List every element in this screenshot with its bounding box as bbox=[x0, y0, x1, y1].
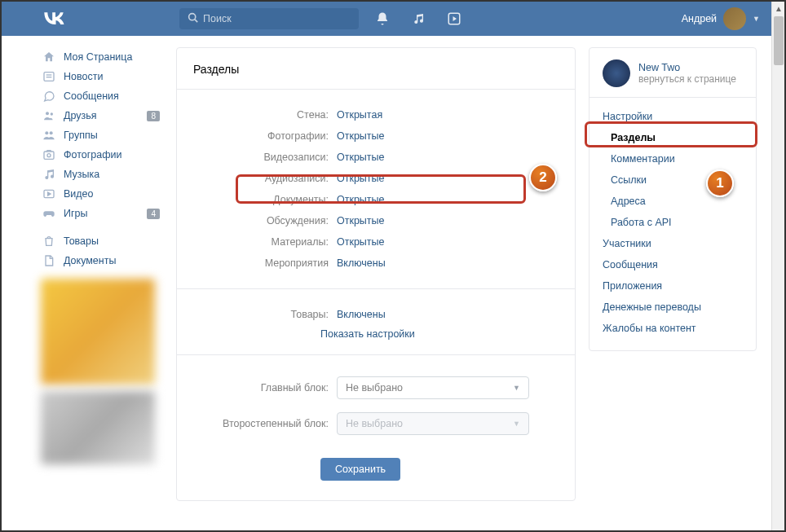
scrollbar-thumb[interactable] bbox=[774, 16, 784, 65]
chevron-down-icon: ▼ bbox=[753, 15, 760, 23]
setting-value[interactable]: Включены bbox=[337, 257, 386, 269]
callout-1: 1 bbox=[706, 169, 734, 197]
username: Андрей bbox=[682, 13, 717, 24]
search-box[interactable] bbox=[179, 8, 359, 29]
secondary-block-label: Второстепенный блок: bbox=[201, 418, 337, 429]
right-nav-item[interactable]: Участники bbox=[590, 233, 756, 254]
scroll-up-icon[interactable]: ▲ bbox=[772, 2, 785, 15]
ad-block bbox=[41, 391, 155, 464]
setting-row: Видеозаписи:Открытые bbox=[201, 147, 550, 168]
setting-value[interactable]: Открытые bbox=[337, 152, 385, 163]
main-block-label: Главный блок: bbox=[201, 382, 337, 394]
search-input[interactable] bbox=[203, 13, 351, 24]
setting-row: Материалы:Открытые bbox=[201, 231, 550, 253]
games-icon bbox=[41, 207, 57, 220]
right-nav-item[interactable]: Настройки bbox=[590, 106, 756, 127]
right-nav-item[interactable]: Разделы bbox=[590, 127, 756, 148]
setting-value[interactable]: Открытые bbox=[337, 236, 385, 248]
nav-item-games[interactable]: Игры4 bbox=[41, 204, 163, 223]
bell-icon[interactable] bbox=[373, 10, 391, 28]
svg-line-1 bbox=[195, 20, 197, 22]
setting-label: Видеозаписи: bbox=[201, 152, 337, 163]
setting-value[interactable]: Открытые bbox=[337, 173, 385, 184]
setting-label: Документы: bbox=[201, 194, 337, 205]
badge: 8 bbox=[147, 111, 160, 121]
page-title: Разделы bbox=[177, 63, 575, 90]
vk-logo[interactable] bbox=[42, 10, 65, 29]
nav-item-bag[interactable]: Товары bbox=[41, 231, 163, 251]
community-avatar bbox=[603, 59, 630, 87]
nav-label: Видео bbox=[64, 188, 94, 200]
community-header[interactable]: New Two вернуться к странице bbox=[590, 59, 756, 98]
svg-rect-10 bbox=[44, 152, 54, 159]
nav-item-video[interactable]: Видео bbox=[41, 184, 163, 204]
setting-label: Стена: bbox=[201, 109, 337, 121]
right-nav-item[interactable]: Сообщения bbox=[590, 254, 756, 275]
play-icon[interactable] bbox=[445, 10, 463, 28]
ad-block bbox=[41, 279, 155, 385]
friends-icon bbox=[41, 109, 57, 122]
nav-item-doc[interactable]: Документы bbox=[41, 251, 163, 270]
setting-row: Фотографии:Открытые bbox=[201, 125, 550, 147]
show-settings-link[interactable]: Показать настройки bbox=[177, 328, 575, 340]
community-back-link[interactable]: вернуться к странице bbox=[638, 73, 736, 85]
nav-label: Игры bbox=[64, 208, 87, 219]
music-icon[interactable] bbox=[409, 10, 427, 28]
nav-label: Группы bbox=[64, 130, 98, 141]
right-nav: New Two вернуться к странице НастройкиРа… bbox=[589, 47, 757, 351]
news-icon bbox=[41, 70, 57, 83]
setting-label: Фотографии: bbox=[201, 130, 337, 142]
nav-label: Друзья bbox=[64, 110, 97, 121]
setting-row: Стена:Открытая bbox=[201, 104, 550, 125]
header-icons bbox=[373, 10, 463, 28]
nav-item-groups[interactable]: Группы bbox=[41, 125, 163, 145]
doc-icon bbox=[41, 254, 57, 267]
right-nav-item[interactable]: Денежные переводы bbox=[590, 297, 756, 318]
community-name: New Two bbox=[638, 62, 736, 73]
nav-item-news[interactable]: Новости bbox=[41, 67, 163, 86]
nav-label: Товары bbox=[64, 235, 99, 247]
setting-value[interactable]: Открытые bbox=[337, 215, 385, 226]
avatar bbox=[723, 7, 746, 30]
setting-label: Обсуждения: bbox=[201, 215, 337, 226]
msg-icon bbox=[41, 90, 57, 103]
nav-item-photos[interactable]: Фотографии bbox=[41, 145, 163, 165]
products-label: Товары: bbox=[201, 309, 337, 320]
products-value[interactable]: Включены bbox=[337, 309, 386, 320]
header: Андрей ▼ bbox=[2, 2, 784, 36]
groups-icon bbox=[41, 129, 57, 142]
setting-row: Обсуждения:Открытые bbox=[201, 210, 550, 231]
svg-point-11 bbox=[47, 154, 51, 157]
user-menu[interactable]: Андрей ▼ bbox=[682, 7, 760, 30]
nav-label: Музыка bbox=[64, 169, 99, 180]
save-button[interactable]: Сохранить bbox=[320, 458, 400, 481]
search-icon bbox=[188, 12, 198, 25]
nav-item-msg[interactable]: Сообщения bbox=[41, 86, 163, 106]
right-nav-item[interactable]: Работа с API bbox=[590, 212, 756, 233]
nav-label: Новости bbox=[64, 71, 103, 82]
setting-row: МероприятияВключены bbox=[201, 253, 550, 274]
setting-value[interactable]: Открытые bbox=[337, 194, 385, 205]
main-block-select[interactable]: Не выбрано ▼ bbox=[337, 376, 529, 399]
video-icon bbox=[41, 187, 57, 200]
nav-label: Моя Страница bbox=[64, 51, 132, 63]
right-nav-item[interactable]: Приложения bbox=[590, 275, 756, 297]
right-nav-item[interactable]: Комментарии bbox=[590, 148, 756, 169]
right-nav-item[interactable]: Жалобы на контент bbox=[590, 318, 756, 339]
nav-label: Документы bbox=[64, 255, 116, 266]
setting-label: Мероприятия bbox=[201, 257, 337, 269]
setting-value[interactable]: Открытые bbox=[337, 130, 385, 142]
badge: 4 bbox=[147, 209, 160, 219]
nav-item-friends[interactable]: Друзья8 bbox=[41, 106, 163, 125]
select-value: Не выбрано bbox=[346, 382, 403, 394]
left-nav: Моя СтраницаНовостиСообщенияДрузья8Групп… bbox=[41, 47, 163, 501]
nav-item-home[interactable]: Моя Страница bbox=[41, 47, 163, 67]
chevron-down-icon: ▼ bbox=[513, 420, 520, 428]
right-nav-item[interactable]: Адреса bbox=[590, 191, 756, 212]
bag-icon bbox=[41, 235, 57, 248]
setting-value[interactable]: Открытая bbox=[337, 109, 382, 121]
nav-item-music[interactable]: Музыка bbox=[41, 165, 163, 184]
music-icon bbox=[41, 168, 57, 181]
nav-label: Фотографии bbox=[64, 149, 121, 160]
scrollbar[interactable]: ▲ bbox=[771, 2, 784, 530]
